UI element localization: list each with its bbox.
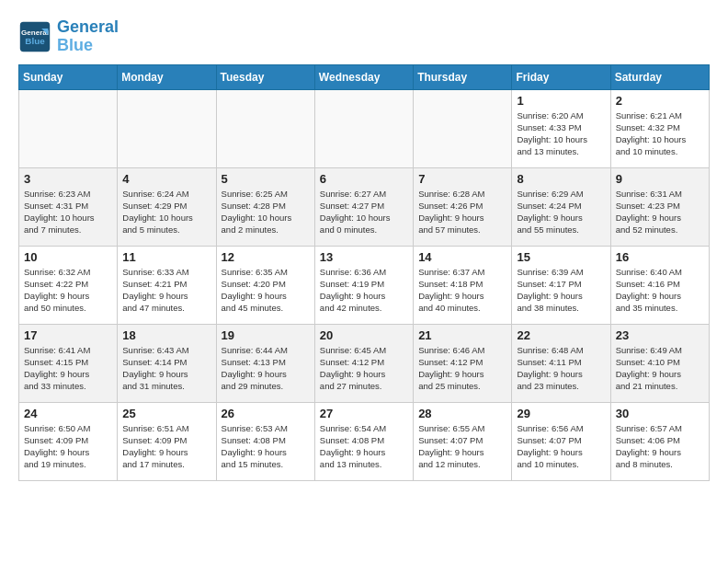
day-info: Sunrise: 6:41 AM Sunset: 4:15 PM Dayligh… — [24, 344, 112, 393]
day-info: Sunrise: 6:20 AM Sunset: 4:33 PM Dayligh… — [517, 109, 605, 158]
calendar-header-row: SundayMondayTuesdayWednesdayThursdayFrid… — [19, 64, 710, 89]
day-info: Sunrise: 6:33 AM Sunset: 4:21 PM Dayligh… — [122, 266, 210, 315]
header-monday: Monday — [118, 64, 216, 89]
calendar-cell: 26Sunrise: 6:53 AM Sunset: 4:08 PM Dayli… — [216, 402, 314, 480]
calendar-table: SundayMondayTuesdayWednesdayThursdayFrid… — [18, 64, 710, 481]
calendar-cell: 21Sunrise: 6:46 AM Sunset: 4:12 PM Dayli… — [414, 324, 512, 402]
calendar-cell: 14Sunrise: 6:37 AM Sunset: 4:18 PM Dayli… — [414, 246, 512, 324]
day-number: 30 — [616, 407, 704, 420]
day-info: Sunrise: 6:53 AM Sunset: 4:08 PM Dayligh… — [222, 422, 310, 471]
day-info: Sunrise: 6:28 AM Sunset: 4:26 PM Dayligh… — [418, 188, 506, 236]
calendar-cell: 6Sunrise: 6:27 AM Sunset: 4:27 PM Daylig… — [314, 167, 413, 246]
day-info: Sunrise: 6:51 AM Sunset: 4:09 PM Dayligh… — [122, 422, 210, 471]
calendar-cell — [414, 89, 512, 167]
day-info: Sunrise: 6:55 AM Sunset: 4:07 PM Dayligh… — [418, 422, 506, 471]
day-number: 25 — [122, 407, 210, 420]
calendar-cell: 12Sunrise: 6:35 AM Sunset: 4:20 PM Dayli… — [216, 246, 314, 324]
calendar-cell: 18Sunrise: 6:43 AM Sunset: 4:14 PM Dayli… — [118, 324, 216, 402]
calendar-cell: 24Sunrise: 6:50 AM Sunset: 4:09 PM Dayli… — [19, 402, 118, 480]
calendar-cell: 4Sunrise: 6:24 AM Sunset: 4:29 PM Daylig… — [118, 167, 216, 246]
day-number: 20 — [320, 328, 408, 342]
day-number: 11 — [122, 250, 210, 264]
calendar-cell: 19Sunrise: 6:44 AM Sunset: 4:13 PM Dayli… — [216, 324, 314, 402]
day-info: Sunrise: 6:29 AM Sunset: 4:24 PM Dayligh… — [517, 188, 605, 236]
day-number: 3 — [24, 172, 112, 186]
day-number: 29 — [517, 407, 605, 420]
day-number: 7 — [418, 172, 506, 186]
day-number: 12 — [222, 250, 310, 264]
header-wednesday: Wednesday — [314, 64, 413, 89]
calendar-cell: 16Sunrise: 6:40 AM Sunset: 4:16 PM Dayli… — [610, 246, 709, 324]
logo-icon: General Blue — [18, 20, 51, 53]
calendar-week-row: 1Sunrise: 6:20 AM Sunset: 4:33 PM Daylig… — [19, 89, 710, 167]
calendar-cell: 3Sunrise: 6:23 AM Sunset: 4:31 PM Daylig… — [19, 167, 118, 246]
day-info: Sunrise: 6:35 AM Sunset: 4:20 PM Dayligh… — [222, 266, 310, 315]
day-number: 19 — [222, 328, 310, 342]
calendar-cell: 1Sunrise: 6:20 AM Sunset: 4:33 PM Daylig… — [512, 89, 610, 167]
logo: General Blue GeneralBlue — [18, 18, 119, 55]
day-number: 18 — [122, 328, 210, 342]
calendar-cell: 30Sunrise: 6:57 AM Sunset: 4:06 PM Dayli… — [610, 402, 709, 480]
day-number: 13 — [320, 250, 408, 264]
day-info: Sunrise: 6:36 AM Sunset: 4:19 PM Dayligh… — [320, 266, 408, 315]
day-info: Sunrise: 6:37 AM Sunset: 4:18 PM Dayligh… — [418, 266, 506, 315]
day-info: Sunrise: 6:24 AM Sunset: 4:29 PM Dayligh… — [122, 188, 210, 236]
calendar-cell — [314, 89, 413, 167]
day-info: Sunrise: 6:23 AM Sunset: 4:31 PM Dayligh… — [24, 188, 112, 236]
day-info: Sunrise: 6:31 AM Sunset: 4:23 PM Dayligh… — [616, 188, 704, 236]
day-number: 14 — [418, 250, 506, 264]
day-number: 4 — [122, 172, 210, 186]
day-info: Sunrise: 6:39 AM Sunset: 4:17 PM Dayligh… — [517, 266, 605, 315]
day-info: Sunrise: 6:27 AM Sunset: 4:27 PM Dayligh… — [320, 188, 408, 236]
day-number: 6 — [320, 172, 408, 186]
calendar-cell: 2Sunrise: 6:21 AM Sunset: 4:32 PM Daylig… — [610, 89, 709, 167]
day-info: Sunrise: 6:57 AM Sunset: 4:06 PM Dayligh… — [616, 422, 704, 471]
calendar-cell: 28Sunrise: 6:55 AM Sunset: 4:07 PM Dayli… — [414, 402, 512, 480]
day-number: 9 — [616, 172, 704, 186]
day-info: Sunrise: 6:56 AM Sunset: 4:07 PM Dayligh… — [517, 422, 605, 471]
day-number: 5 — [222, 172, 310, 186]
calendar-week-row: 3Sunrise: 6:23 AM Sunset: 4:31 PM Daylig… — [19, 167, 710, 246]
day-number: 21 — [418, 328, 506, 342]
day-info: Sunrise: 6:49 AM Sunset: 4:10 PM Dayligh… — [616, 344, 704, 393]
day-number: 10 — [24, 250, 112, 264]
calendar-cell — [118, 89, 216, 167]
day-number: 24 — [24, 407, 112, 420]
calendar-week-row: 24Sunrise: 6:50 AM Sunset: 4:09 PM Dayli… — [19, 402, 710, 480]
calendar-cell: 13Sunrise: 6:36 AM Sunset: 4:19 PM Dayli… — [314, 246, 413, 324]
day-number: 15 — [517, 250, 605, 264]
calendar-cell: 27Sunrise: 6:54 AM Sunset: 4:08 PM Dayli… — [314, 402, 413, 480]
day-number: 28 — [418, 407, 506, 420]
calendar-cell: 15Sunrise: 6:39 AM Sunset: 4:17 PM Dayli… — [512, 246, 610, 324]
day-info: Sunrise: 6:40 AM Sunset: 4:16 PM Dayligh… — [616, 266, 704, 315]
calendar-cell: 22Sunrise: 6:48 AM Sunset: 4:11 PM Dayli… — [512, 324, 610, 402]
day-number: 17 — [24, 328, 112, 342]
day-info: Sunrise: 6:44 AM Sunset: 4:13 PM Dayligh… — [222, 344, 310, 393]
calendar-cell: 9Sunrise: 6:31 AM Sunset: 4:23 PM Daylig… — [610, 167, 709, 246]
day-info: Sunrise: 6:48 AM Sunset: 4:11 PM Dayligh… — [517, 344, 605, 393]
day-number: 22 — [517, 328, 605, 342]
calendar-week-row: 10Sunrise: 6:32 AM Sunset: 4:22 PM Dayli… — [19, 246, 710, 324]
calendar-cell: 20Sunrise: 6:45 AM Sunset: 4:12 PM Dayli… — [314, 324, 413, 402]
day-info: Sunrise: 6:45 AM Sunset: 4:12 PM Dayligh… — [320, 344, 408, 393]
day-number: 8 — [517, 172, 605, 186]
header-tuesday: Tuesday — [216, 64, 314, 89]
day-number: 26 — [222, 407, 310, 420]
day-number: 2 — [616, 94, 704, 108]
calendar-cell: 10Sunrise: 6:32 AM Sunset: 4:22 PM Dayli… — [19, 246, 118, 324]
calendar-cell — [19, 89, 118, 167]
day-number: 23 — [616, 328, 704, 342]
calendar-cell: 8Sunrise: 6:29 AM Sunset: 4:24 PM Daylig… — [512, 167, 610, 246]
header-friday: Friday — [512, 64, 610, 89]
calendar-cell: 23Sunrise: 6:49 AM Sunset: 4:10 PM Dayli… — [610, 324, 709, 402]
header-sunday: Sunday — [19, 64, 118, 89]
day-info: Sunrise: 6:32 AM Sunset: 4:22 PM Dayligh… — [24, 266, 112, 315]
calendar-cell: 25Sunrise: 6:51 AM Sunset: 4:09 PM Dayli… — [118, 402, 216, 480]
calendar-cell: 11Sunrise: 6:33 AM Sunset: 4:21 PM Dayli… — [118, 246, 216, 324]
calendar-cell: 17Sunrise: 6:41 AM Sunset: 4:15 PM Dayli… — [19, 324, 118, 402]
calendar-cell: 29Sunrise: 6:56 AM Sunset: 4:07 PM Dayli… — [512, 402, 610, 480]
day-info: Sunrise: 6:25 AM Sunset: 4:28 PM Dayligh… — [222, 188, 310, 236]
header-saturday: Saturday — [610, 64, 709, 89]
header-thursday: Thursday — [414, 64, 512, 89]
calendar-week-row: 17Sunrise: 6:41 AM Sunset: 4:15 PM Dayli… — [19, 324, 710, 402]
